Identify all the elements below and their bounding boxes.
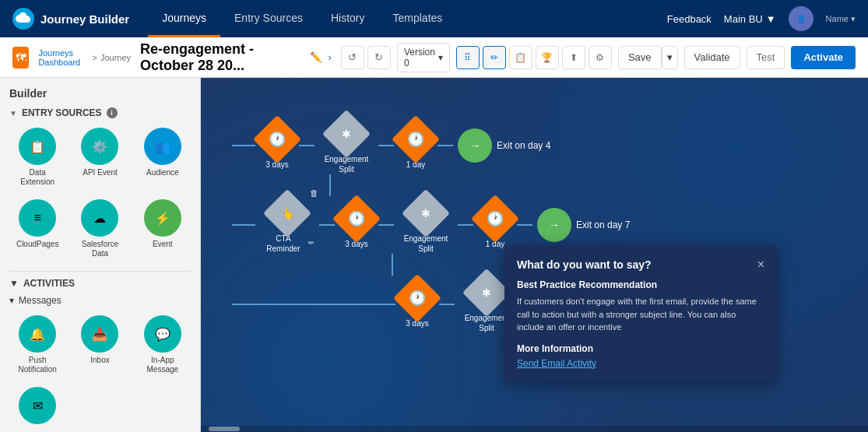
node-exit-day4[interactable]: → Exit on day 4	[458, 128, 550, 163]
connector	[378, 145, 394, 146]
entry-sources-chevron-icon: ▼	[9, 109, 17, 118]
feedback-link[interactable]: Feedback	[667, 13, 712, 25]
sidebar-item-audience[interactable]: 👥 Audience	[135, 125, 191, 190]
redo-button[interactable]: ↻	[367, 46, 391, 69]
undo-button[interactable]: ↺	[341, 46, 364, 69]
entry-sources-section-header[interactable]: ▼ ENTRY SOURCES i	[9, 107, 191, 118]
nav-tab-entry-sources[interactable]: Entry Sources	[220, 0, 317, 37]
avatar-initials: 👤	[796, 15, 806, 23]
split-diamond-icon: ✱	[322, 110, 371, 158]
journey-canvas[interactable]: 🕐 3 days ✱ Engagement Split	[201, 78, 868, 432]
toolbar-actions: ⠿ ✏ 📋 🏆 ⬆ ⚙	[456, 46, 612, 69]
activities-chevron-icon: ▼	[9, 278, 19, 289]
breadcrumb-bar: 🗺 Journeys Dashboard > Journey Re-engage…	[0, 37, 868, 78]
version-selector[interactable]: Version 0 ▾	[397, 43, 450, 72]
split-icon: ✱	[342, 128, 351, 140]
node-cta-reminder[interactable]: 👆 🗑 CTA Reminder ✏	[260, 196, 315, 254]
activate-button[interactable]: Activate	[791, 46, 856, 69]
sidebar-item-event[interactable]: ⚡ Event	[135, 196, 191, 262]
api-event-icon: ⚙️	[81, 128, 118, 165]
node-3days-row1[interactable]: 🕐 3 days	[260, 122, 294, 170]
tooltip-modal: What do you want to say? × Best Practice…	[504, 245, 777, 381]
vertical-connector-2	[392, 254, 393, 276]
tooltip-close-button[interactable]: ×	[757, 258, 764, 272]
horizontal-scrollbar[interactable]	[201, 426, 868, 432]
tooltip-link[interactable]: Send Email Activity	[517, 358, 596, 369]
connector	[232, 145, 255, 146]
node-engagement-split-row2[interactable]: ✱ Engagement Split	[399, 196, 453, 254]
exit-circle-icon: →	[537, 208, 571, 242]
test-button[interactable]: Test	[747, 46, 785, 69]
user-avatar[interactable]: 👤	[789, 6, 814, 31]
node-3days-row3[interactable]: 🕐 3 days	[400, 281, 434, 328]
save-group: Save ▾	[618, 46, 678, 69]
edit-mode-button[interactable]: ✏	[483, 46, 506, 69]
dashboard-link[interactable]: Journeys Dashboard	[38, 48, 89, 67]
entry-sources-info-icon[interactable]: i	[107, 107, 118, 118]
app-name: Journey Builder	[40, 12, 129, 26]
vertical-connector-group	[329, 174, 868, 196]
connector	[438, 145, 453, 146]
sidebar-item-push-notification[interactable]: 🔔 Push Notification	[9, 312, 65, 378]
version-chevron-icon: ▾	[438, 52, 443, 63]
sidebar-item-api-event[interactable]: ⚙️ API Event	[72, 125, 128, 190]
scrollbar-thumb[interactable]	[209, 427, 240, 431]
wait-diamond-icon: 🕐	[332, 194, 381, 242]
export-button[interactable]: ⬆	[562, 46, 585, 69]
save-button[interactable]: Save	[618, 46, 662, 69]
inbox-label: Inbox	[90, 356, 109, 365]
node-3days-row2[interactable]: 🕐 3 days	[339, 202, 374, 249]
trophy-button[interactable]: 🏆	[536, 46, 559, 69]
node-1day-row1[interactable]: 🕐 1 day	[399, 122, 433, 170]
wait-diamond-icon: 🕐	[393, 273, 441, 321]
user-name: Name ▾	[826, 14, 856, 24]
exit-day7-label: Exit on day 7	[576, 220, 630, 230]
sidebar-item-data-extension[interactable]: 📋 Data Extension	[9, 125, 65, 190]
main-layout: Builder ▼ ENTRY SOURCES i 📋 Data Extensi…	[0, 78, 868, 432]
sidebar-item-salesforce-data[interactable]: ☁ Salesforce Data	[72, 196, 128, 262]
inbox-icon: 📥	[81, 315, 118, 353]
sidebar-item-inbox[interactable]: 📥 Inbox	[72, 312, 128, 378]
journey-icon: 🗺	[12, 47, 29, 68]
clock-icon: 🕐	[407, 131, 424, 148]
connector-long	[232, 304, 395, 305]
node-exit-day7[interactable]: → Exit on day 7	[537, 208, 630, 242]
node-1day-row2[interactable]: 🕐 1 day	[478, 202, 512, 249]
in-app-message-label: In-App Message	[138, 356, 188, 374]
validate-button[interactable]: Validate	[684, 46, 740, 69]
edit-title-icon[interactable]: ✏️	[310, 51, 322, 63]
messages-sub-header[interactable]: ▾ Messages	[9, 295, 191, 306]
nav-tab-history[interactable]: History	[317, 0, 379, 37]
journey-title-group: Re-engagement - October 28 20... ✏️ ›	[140, 41, 332, 74]
cta-reminder-icon: 👆	[263, 189, 311, 237]
canvas-inner[interactable]: 🕐 3 days ✱ Engagement Split	[201, 78, 868, 432]
tooltip-more-label: More Information	[517, 343, 764, 354]
cursor-icon: 👆	[281, 207, 294, 220]
sidebar-item-cloudpages[interactable]: ≡ CloudPages	[9, 196, 65, 262]
sidebar-item-in-app-message[interactable]: 💬 In-App Message	[135, 312, 191, 378]
save-dropdown-button[interactable]: ▾	[662, 46, 678, 69]
settings-button[interactable]: ⚙	[589, 46, 612, 69]
app-logo[interactable]: Journey Builder	[12, 8, 129, 30]
activities-section-header[interactable]: ▼ ACTIVITIES	[9, 278, 191, 289]
nav-tab-journeys[interactable]: Journeys	[148, 0, 220, 37]
tooltip-header: What do you want to say? ×	[517, 258, 764, 272]
sidebar-item-email[interactable]: ✉	[9, 384, 65, 430]
nav-tab-templates[interactable]: Templates	[379, 0, 457, 37]
summary-button[interactable]: 📋	[509, 46, 532, 69]
delete-node-icon[interactable]: 🗑	[310, 188, 318, 198]
flow-view-button[interactable]: ⠿	[456, 46, 480, 69]
next-icon[interactable]: ›	[329, 51, 332, 63]
split-icon: ✱	[421, 207, 430, 220]
wait-diamond-icon: 🕐	[253, 114, 301, 163]
tooltip-rec-body: If customers don't engage with the first…	[517, 295, 764, 334]
main-nav-tabs: Journeys Entry Sources History Templates	[148, 0, 456, 37]
entry-sources-grid: 📋 Data Extension ⚙️ API Event 👥 Audience…	[9, 125, 191, 262]
email-icon: ✉	[19, 387, 56, 424]
node-engagement-split-row1[interactable]: ✱ Engagement Split	[319, 117, 374, 174]
edit-node-icon[interactable]: ✏	[308, 239, 315, 248]
connector	[378, 224, 394, 226]
main-bu-selector[interactable]: Main BU ▼	[724, 13, 776, 25]
breadcrumb-section: Journey	[100, 53, 131, 62]
data-extension-label: Data Extension	[12, 168, 62, 187]
